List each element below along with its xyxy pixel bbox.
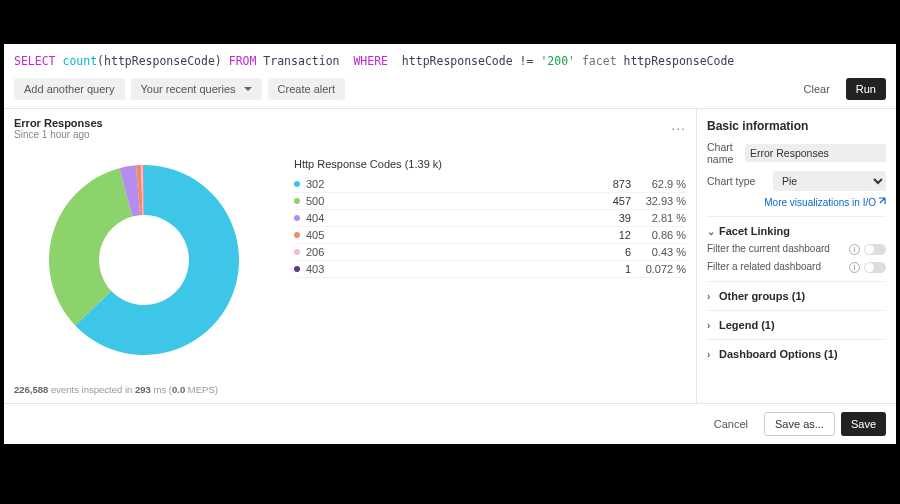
legend-dot-icon	[294, 266, 300, 272]
facet-linking-header[interactable]: ⌄ Facet Linking	[707, 225, 886, 237]
io-link[interactable]: I/O	[863, 197, 886, 208]
app-frame: SELECT count(httpResponseCode) FROM Tran…	[4, 44, 896, 444]
more-visualizations: More visualizations in I/O	[707, 197, 886, 208]
legend-label: 404	[306, 212, 591, 224]
chart-menu-button[interactable]: ...	[671, 117, 686, 133]
query-function: count	[62, 54, 97, 68]
inspection-footer: 226,588 events inspected in 293 ms (0.0 …	[14, 380, 686, 395]
legend-pct: 0.43 %	[631, 246, 686, 258]
legend-dot-icon	[294, 249, 300, 255]
other-groups-section: › Other groups (1)	[707, 281, 886, 310]
caret-right-icon: ›	[707, 349, 719, 360]
action-bar: Cancel Save as... Save	[4, 403, 896, 444]
legend-label: 500	[306, 195, 591, 207]
info-icon[interactable]: i	[849, 244, 860, 255]
chart-header: Error Responses Since 1 hour ago ...	[14, 117, 686, 140]
query-value: '200'	[540, 54, 575, 68]
legend-pct: 62.9 %	[631, 178, 686, 190]
query-where-col: httpResponseCode	[402, 54, 513, 68]
config-sidebar: Basic information Chart name Chart type …	[696, 109, 896, 403]
save-button[interactable]: Save	[841, 412, 886, 436]
legend-count: 6	[591, 246, 631, 258]
legend-row[interactable]: 50045732.93 %	[294, 193, 686, 210]
legend-count: 39	[591, 212, 631, 224]
filter-related-toggle[interactable]	[864, 262, 886, 273]
chart-name-input[interactable]	[745, 144, 886, 162]
legend-pct: 2.81 %	[631, 212, 686, 224]
filter-related-row: Filter a related dashboard i	[707, 261, 886, 273]
basic-info-heading: Basic information	[707, 119, 886, 133]
dashboard-options-section: › Dashboard Options (1)	[707, 339, 886, 368]
legend-pct: 0.86 %	[631, 229, 686, 241]
legend-row[interactable]: 30287362.9 %	[294, 176, 686, 193]
chart-name-label: Chart name	[707, 141, 739, 165]
legend-label: 405	[306, 229, 591, 241]
cancel-button[interactable]: Cancel	[704, 412, 758, 436]
chart-type-select[interactable]: Pie	[773, 171, 886, 191]
legend-label: 206	[306, 246, 591, 258]
meps-value: 0.0	[172, 384, 185, 395]
facet-linking-section: ⌄ Facet Linking Filter the current dashb…	[707, 216, 886, 281]
chevron-down-icon	[239, 83, 252, 95]
chart-body: Http Response Codes (1.39 k) 30287362.9 …	[14, 140, 686, 380]
add-query-button[interactable]: Add another query	[14, 78, 125, 100]
create-alert-button[interactable]: Create alert	[268, 78, 345, 100]
filter-current-toggle[interactable]	[864, 244, 886, 255]
inspection-ms: 293	[135, 384, 151, 395]
kw-select: SELECT	[14, 54, 56, 68]
chart-name-row: Chart name	[707, 141, 886, 165]
donut-chart	[14, 140, 274, 380]
chart-subtitle: Since 1 hour ago	[14, 129, 103, 140]
save-as-button[interactable]: Save as...	[764, 412, 835, 436]
legend-row[interactable]: 40310.072 %	[294, 261, 686, 278]
legend-dot-icon	[294, 181, 300, 187]
legend-title: Http Response Codes (1.39 k)	[294, 158, 686, 170]
query-op: !=	[520, 54, 534, 68]
chart-title: Error Responses	[14, 117, 103, 129]
kw-from: FROM	[229, 54, 257, 68]
clear-button[interactable]: Clear	[794, 78, 840, 100]
filter-current-label: Filter the current dashboard	[707, 243, 845, 255]
kw-facet: facet	[582, 54, 617, 68]
dashboard-options-header[interactable]: › Dashboard Options (1)	[707, 348, 886, 360]
chart-panel: Error Responses Since 1 hour ago ... Htt…	[4, 109, 696, 403]
legend-row[interactable]: 20660.43 %	[294, 244, 686, 261]
query-editor[interactable]: SELECT count(httpResponseCode) FROM Tran…	[4, 44, 896, 74]
filter-current-row: Filter the current dashboard i	[707, 243, 886, 255]
recent-queries-label: Your recent queries	[141, 83, 236, 95]
main-split: Error Responses Since 1 hour ago ... Htt…	[4, 108, 896, 403]
legend-section: › Legend (1)	[707, 310, 886, 339]
filter-related-label: Filter a related dashboard	[707, 261, 845, 273]
chart-legend: Http Response Codes (1.39 k) 30287362.9 …	[294, 140, 686, 380]
caret-down-icon: ⌄	[707, 226, 719, 237]
legend-row[interactable]: 404392.81 %	[294, 210, 686, 227]
chart-type-row: Chart type Pie	[707, 171, 886, 191]
legend-dot-icon	[294, 198, 300, 204]
legend-pct: 0.072 %	[631, 263, 686, 275]
other-groups-header[interactable]: › Other groups (1)	[707, 290, 886, 302]
legend-count: 457	[591, 195, 631, 207]
legend-label: 403	[306, 263, 591, 275]
recent-queries-button[interactable]: Your recent queries	[131, 78, 262, 100]
caret-right-icon: ›	[707, 320, 719, 331]
legend-count: 12	[591, 229, 631, 241]
info-icon[interactable]: i	[849, 262, 860, 273]
events-count: 226,588	[14, 384, 48, 395]
query-toolbar: Add another query Your recent queries Cr…	[4, 74, 896, 108]
chart-type-label: Chart type	[707, 175, 767, 187]
caret-right-icon: ›	[707, 291, 719, 302]
query-fn-arg: httpResponseCode	[104, 54, 215, 68]
legend-dot-icon	[294, 232, 300, 238]
legend-section-header[interactable]: › Legend (1)	[707, 319, 886, 331]
legend-label: 302	[306, 178, 591, 190]
legend-count: 873	[591, 178, 631, 190]
legend-count: 1	[591, 263, 631, 275]
donut-svg	[39, 155, 249, 365]
query-facet-col: httpResponseCode	[624, 54, 735, 68]
legend-pct: 32.93 %	[631, 195, 686, 207]
external-link-icon	[876, 197, 886, 207]
legend-row[interactable]: 405120.86 %	[294, 227, 686, 244]
run-button[interactable]: Run	[846, 78, 886, 100]
query-table: Transaction	[263, 54, 339, 68]
legend-dot-icon	[294, 215, 300, 221]
